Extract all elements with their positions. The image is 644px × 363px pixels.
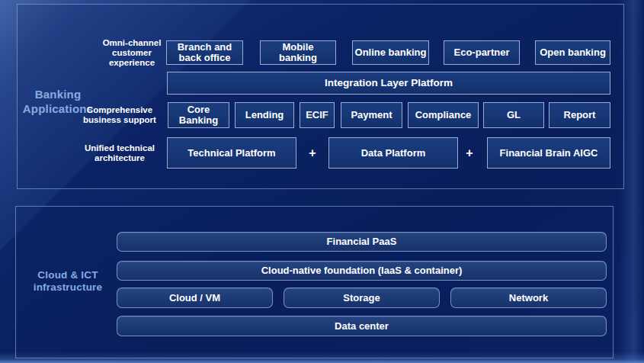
box-core-banking: Core Banking xyxy=(168,102,229,128)
box-payment: Payment xyxy=(341,102,402,128)
box-storage: Storage xyxy=(284,288,440,308)
box-integration-layer-platform: Integration Layer Platform xyxy=(167,72,610,95)
box-data-center: Data center xyxy=(117,316,607,336)
cloud-ict-title: Cloud & ICT infrastructure xyxy=(22,269,114,294)
plus-sign-1: + xyxy=(304,137,321,169)
banking-applications-panel: Banking Applications Omni-channel custom… xyxy=(17,4,624,189)
box-compliance: Compliance xyxy=(408,102,479,128)
box-lending: Lending xyxy=(235,102,294,128)
architecture-diagram: Banking Applications Omni-channel custom… xyxy=(0,0,644,363)
box-technical-platform: Technical Platform xyxy=(167,137,296,169)
box-open-banking: Open banking xyxy=(535,40,610,65)
box-branch-back-office: Branch and back office xyxy=(166,40,243,65)
box-ecif: ECIF xyxy=(300,102,335,128)
box-financial-paas: Financial PaaS xyxy=(117,232,607,252)
box-financial-brain-aigc: Financial Brain AIGC xyxy=(487,137,610,169)
box-gl: GL xyxy=(483,102,544,128)
cloud-ict-panel: Cloud & ICT infrastructure Financial Paa… xyxy=(15,206,614,358)
box-online-banking: Online banking xyxy=(352,40,429,65)
plus-sign-2: + xyxy=(461,137,478,169)
row-label-technical-architecture: Unified technical architecture xyxy=(75,137,164,169)
row-label-omni-channel: Omni-channel customer experience xyxy=(100,40,164,65)
box-cloud-native-foundation: Cloud-native foundation (IaaS & containe… xyxy=(117,261,607,281)
box-mobile-banking: Mobile banking xyxy=(260,40,336,65)
box-data-platform: Data Platform xyxy=(328,137,458,169)
box-eco-partner: Eco-partner xyxy=(444,40,520,65)
box-network: Network xyxy=(450,288,607,308)
box-report: Report xyxy=(549,102,610,128)
box-cloud-vm: Cloud / VM xyxy=(117,288,273,308)
row-label-business-support: Comprehensive business support xyxy=(75,102,164,128)
